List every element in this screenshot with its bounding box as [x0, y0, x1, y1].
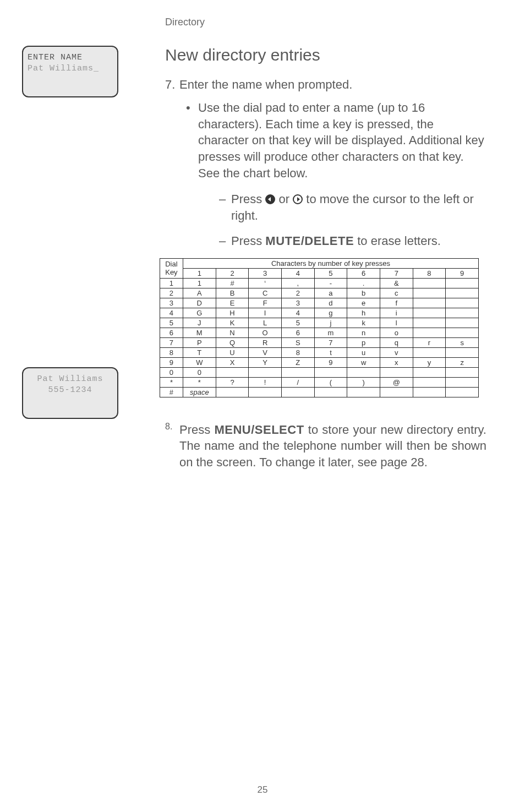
lcd1-line1: ENTER NAME — [28, 52, 113, 63]
bullet-text: Use the dial pad to enter a name (up to … — [198, 100, 486, 181]
keymap-cell — [413, 318, 446, 328]
table-row: 5JKL5jkl — [160, 318, 479, 328]
keymap-cell — [413, 298, 446, 308]
col-8: 8 — [413, 268, 446, 278]
keymap-cell: * — [183, 377, 216, 387]
table-row: 9WXYZ9wxyz — [160, 357, 479, 367]
keymap-cell: , — [282, 278, 315, 288]
keymap-cell: a — [314, 288, 347, 298]
keymap-cell: g — [314, 308, 347, 318]
keymap-cell — [446, 278, 479, 288]
col-7: 7 — [380, 268, 413, 278]
keymap-cell: 2 — [282, 288, 315, 298]
keymap-cell — [413, 308, 446, 318]
keymap-cell — [446, 308, 479, 318]
keymap-key-cell: 9 — [160, 357, 183, 367]
keymap-header-dialkey: Dial Key — [160, 258, 183, 278]
step-7: 7. Enter the name when prompted. — [165, 78, 486, 92]
keymap-cell: x — [380, 357, 413, 367]
keymap-cell: Z — [282, 357, 315, 367]
page-number: 25 — [0, 784, 525, 795]
keymap-cell: e — [347, 298, 380, 308]
keymap-cell: f — [380, 298, 413, 308]
step-8-text: Press MENU/SELECT to store your new dire… — [179, 422, 486, 471]
keymap-cell — [413, 278, 446, 288]
keymap-cell: i — [380, 308, 413, 318]
col-6: 6 — [347, 268, 380, 278]
keymap-cell: E — [216, 298, 249, 308]
keymap-cell — [413, 288, 446, 298]
table-row: 2ABC2abc — [160, 288, 479, 298]
keymap-key-cell: 2 — [160, 288, 183, 298]
keymap-cell: L — [249, 318, 282, 328]
keymap-cell: k — [347, 318, 380, 328]
sub2-b: to erase letters. — [354, 234, 441, 248]
keymap-cell: I — [249, 308, 282, 318]
lcd-saved-entry: Pat Williams 555-1234 — [22, 367, 118, 419]
keymap-cell — [282, 367, 315, 377]
keymap-cell: - — [314, 278, 347, 288]
keymap-header-span: Characters by number of key presses — [183, 258, 478, 268]
keymap-cell: & — [380, 278, 413, 288]
col-5: 5 — [314, 268, 347, 278]
table-row: 00 — [160, 367, 479, 377]
keymap-key-cell: # — [160, 387, 183, 397]
keymap-cell: 6 — [282, 328, 315, 337]
keymap-table: Dial Key Characters by number of key pre… — [160, 258, 479, 397]
keymap-cell: p — [347, 337, 380, 347]
keymap-cell: q — [380, 337, 413, 347]
keymap-cell: ? — [216, 377, 249, 387]
keymap-cell: V — [249, 347, 282, 357]
sub2-key-sc: MUTE/ — [265, 234, 304, 248]
keymap-cell: R — [249, 337, 282, 347]
keymap-cell: 8 — [282, 347, 315, 357]
keymap-cell — [347, 387, 380, 397]
keymap-cell: j — [314, 318, 347, 328]
keymap-cell — [314, 367, 347, 377]
keymap-cell — [446, 377, 479, 387]
keymap-key-cell: 5 — [160, 318, 183, 328]
keymap-cell: z — [446, 357, 479, 367]
step8-a: Press — [179, 423, 214, 437]
section-label: Directory — [165, 17, 486, 28]
keymap-cell: t — [314, 347, 347, 357]
keymap-cell: space — [183, 387, 216, 397]
keymap-cell: 9 — [314, 357, 347, 367]
keymap-cell: n — [347, 328, 380, 337]
keymap-cell — [413, 387, 446, 397]
keymap-cell: 3 — [282, 298, 315, 308]
keymap-cell: U — [216, 347, 249, 357]
keymap-cell: w — [347, 357, 380, 367]
keymap-cell: J — [183, 318, 216, 328]
keymap-cell — [249, 367, 282, 377]
table-row: **?!/()@ — [160, 377, 479, 387]
keymap-cell: b — [347, 288, 380, 298]
keymap-cell — [413, 367, 446, 377]
keymap-cell — [413, 377, 446, 387]
keymap-key-cell: 0 — [160, 367, 183, 377]
keymap-cell: y — [413, 357, 446, 367]
keymap-cell: B — [216, 288, 249, 298]
right-column: New directory entries 7. Enter the name … — [138, 46, 486, 471]
keymap-key-cell: 7 — [160, 337, 183, 347]
table-row: 8TUV8tuv — [160, 347, 479, 357]
keymap-cell: S — [282, 337, 315, 347]
keymap-cell — [216, 387, 249, 397]
keymap-cell: 0 — [183, 367, 216, 377]
sub2-a: Press — [231, 234, 265, 248]
keymap-cell: u — [347, 347, 380, 357]
cursor-right-icon — [293, 194, 303, 204]
keymap-cell — [347, 367, 380, 377]
step8-key-sc: MENU/ — [214, 423, 254, 437]
keymap-cell — [249, 387, 282, 397]
keymap-cell: C — [249, 288, 282, 298]
sub-2-text: Press MUTE/DELETE to erase letters. — [231, 233, 441, 249]
keymap-cell: T — [183, 347, 216, 357]
keymap-cell: h — [347, 308, 380, 318]
table-row: 11#‘,-.& — [160, 278, 479, 288]
left-column: ENTER NAME Pat Williams_ Pat Williams 55… — [22, 46, 138, 471]
keymap-key-cell: 3 — [160, 298, 183, 308]
keymap-cell — [446, 298, 479, 308]
keymap-cell: F — [249, 298, 282, 308]
keymap-cell: / — [282, 377, 315, 387]
